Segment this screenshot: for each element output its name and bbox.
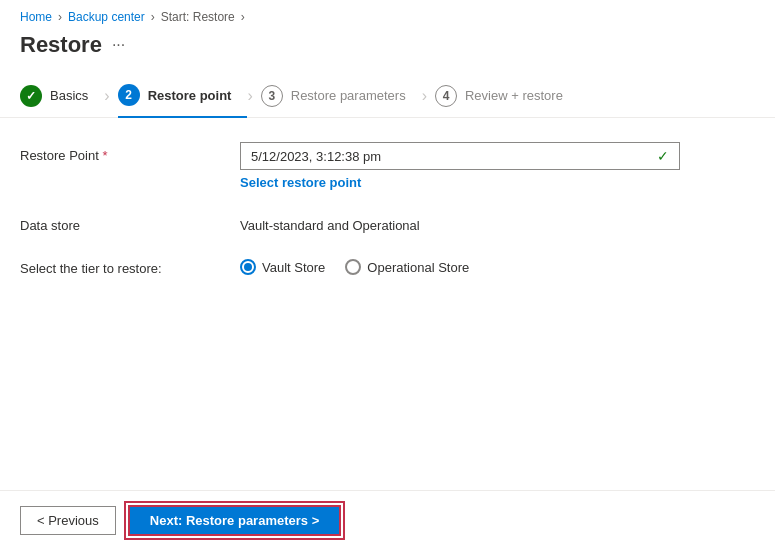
form-area: Restore Point * 5/12/2023, 3:12:38 pm ✓ … [0, 118, 775, 276]
data-store-value: Vault-standard and Operational [240, 212, 420, 233]
breadcrumb-home[interactable]: Home [20, 10, 52, 24]
operational-store-option[interactable]: Operational Store [345, 259, 469, 275]
step-1-circle: ✓ [20, 85, 42, 107]
vault-store-label: Vault Store [262, 260, 325, 275]
select-restore-point-link[interactable]: Select restore point [240, 175, 361, 190]
restore-point-input[interactable]: 5/12/2023, 3:12:38 pm ✓ [240, 142, 680, 170]
restore-point-check-icon: ✓ [657, 148, 669, 164]
breadcrumb-sep-3: › [241, 10, 245, 24]
radio-group: Vault Store Operational Store [240, 255, 755, 275]
page-header: Restore ··· [0, 30, 775, 74]
breadcrumb-sep-1: › [58, 10, 62, 24]
restore-point-control: 5/12/2023, 3:12:38 pm ✓ Select restore p… [240, 142, 755, 190]
step-3-label: Restore parameters [291, 88, 406, 103]
step-1-check: ✓ [26, 89, 36, 103]
step-restore-parameters[interactable]: 3 Restore parameters [261, 75, 422, 117]
restore-point-label: Restore Point * [20, 142, 240, 163]
tier-label: Select the tier to restore: [20, 255, 240, 276]
step-sep-3: › [422, 87, 427, 105]
step-3-num: 3 [268, 89, 275, 103]
step-sep-1: › [104, 87, 109, 105]
ellipsis-icon[interactable]: ··· [112, 36, 125, 54]
previous-button[interactable]: < Previous [20, 506, 116, 535]
breadcrumb-sep-2: › [151, 10, 155, 24]
data-store-row: Data store Vault-standard and Operationa… [20, 212, 755, 233]
step-4-num: 4 [443, 89, 450, 103]
steps-bar: ✓ Basics › 2 Restore point › 3 Restore p… [0, 74, 775, 118]
step-4-label: Review + restore [465, 88, 563, 103]
step-basics[interactable]: ✓ Basics [20, 75, 104, 117]
required-star: * [102, 148, 107, 163]
vault-store-option[interactable]: Vault Store [240, 259, 325, 275]
tier-control: Vault Store Operational Store [240, 255, 755, 275]
next-button[interactable]: Next: Restore parameters > [128, 505, 341, 536]
breadcrumb-backup-center[interactable]: Backup center [68, 10, 145, 24]
vault-store-radio[interactable] [240, 259, 256, 275]
page-title: Restore [20, 32, 102, 58]
step-restore-point[interactable]: 2 Restore point [118, 74, 248, 118]
breadcrumb-current: Start: Restore [161, 10, 235, 24]
step-2-num: 2 [125, 88, 132, 102]
operational-store-radio[interactable] [345, 259, 361, 275]
step-2-label: Restore point [148, 88, 232, 103]
operational-store-label: Operational Store [367, 260, 469, 275]
step-1-label: Basics [50, 88, 88, 103]
tier-row: Select the tier to restore: Vault Store … [20, 255, 755, 276]
restore-point-row: Restore Point * 5/12/2023, 3:12:38 pm ✓ … [20, 142, 755, 190]
step-sep-2: › [247, 87, 252, 105]
step-review-restore[interactable]: 4 Review + restore [435, 75, 579, 117]
step-3-circle: 3 [261, 85, 283, 107]
step-4-circle: 4 [435, 85, 457, 107]
data-store-label: Data store [20, 212, 240, 233]
breadcrumb: Home › Backup center › Start: Restore › [0, 0, 775, 30]
step-2-circle: 2 [118, 84, 140, 106]
footer: < Previous Next: Restore parameters > [0, 490, 775, 550]
restore-point-value: 5/12/2023, 3:12:38 pm [251, 149, 381, 164]
